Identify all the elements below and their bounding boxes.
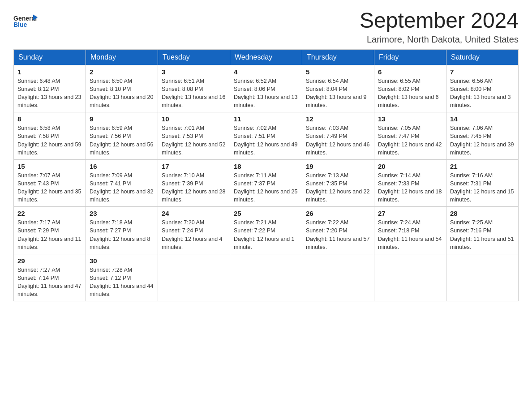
calendar-cell	[302, 254, 374, 301]
calendar-table: SundayMondayTuesdayWednesdayThursdayFrid…	[13, 49, 519, 302]
day-info: Sunrise: 7:22 AMSunset: 7:20 PMDaylight:…	[306, 218, 370, 251]
calendar-cell: 20Sunrise: 7:14 AMSunset: 7:33 PMDayligh…	[374, 159, 446, 207]
day-info: Sunrise: 6:58 AMSunset: 7:58 PMDaylight:…	[17, 124, 82, 157]
calendar-cell: 24Sunrise: 7:20 AMSunset: 7:24 PMDayligh…	[158, 207, 230, 254]
calendar-cell: 29Sunrise: 7:27 AMSunset: 7:14 PMDayligh…	[14, 254, 86, 301]
calendar-week-row: 22Sunrise: 7:17 AMSunset: 7:29 PMDayligh…	[14, 207, 519, 254]
day-number: 19	[306, 163, 370, 170]
day-number: 17	[162, 163, 226, 170]
day-header-thursday: Thursday	[302, 49, 374, 65]
calendar-cell: 15Sunrise: 7:07 AMSunset: 7:43 PMDayligh…	[14, 159, 86, 207]
calendar-cell: 30Sunrise: 7:28 AMSunset: 7:12 PMDayligh…	[86, 254, 158, 301]
day-info: Sunrise: 7:21 AMSunset: 7:22 PMDaylight:…	[234, 218, 298, 251]
day-number: 1	[17, 68, 82, 76]
calendar-cell: 21Sunrise: 7:16 AMSunset: 7:31 PMDayligh…	[446, 159, 519, 207]
day-info: Sunrise: 7:01 AMSunset: 7:53 PMDaylight:…	[162, 124, 226, 157]
title-section: September 2024 Larimore, North Dakota, U…	[360, 9, 519, 45]
calendar-cell: 8Sunrise: 6:58 AMSunset: 7:58 PMDaylight…	[14, 112, 86, 160]
day-header-wednesday: Wednesday	[230, 49, 302, 65]
calendar-cell	[230, 254, 302, 301]
calendar-cell: 22Sunrise: 7:17 AMSunset: 7:29 PMDayligh…	[14, 207, 86, 254]
calendar-cell: 26Sunrise: 7:22 AMSunset: 7:20 PMDayligh…	[302, 207, 374, 254]
day-number: 22	[17, 210, 82, 217]
day-number: 9	[90, 115, 154, 123]
day-number: 26	[306, 210, 370, 217]
calendar-cell: 5Sunrise: 6:54 AMSunset: 8:04 PMDaylight…	[302, 65, 374, 112]
calendar-cell: 28Sunrise: 7:25 AMSunset: 7:16 PMDayligh…	[446, 207, 519, 254]
day-info: Sunrise: 7:07 AMSunset: 7:43 PMDaylight:…	[17, 171, 82, 204]
day-number: 3	[162, 68, 226, 76]
day-header-tuesday: Tuesday	[158, 49, 230, 65]
month-title: September 2024	[360, 9, 519, 33]
day-info: Sunrise: 7:25 AMSunset: 7:16 PMDaylight:…	[450, 218, 515, 251]
day-number: 11	[234, 115, 298, 123]
day-number: 29	[17, 257, 82, 265]
day-number: 2	[90, 68, 154, 76]
day-info: Sunrise: 7:27 AMSunset: 7:14 PMDaylight:…	[17, 266, 82, 299]
calendar-cell: 3Sunrise: 6:51 AMSunset: 8:08 PMDaylight…	[158, 65, 230, 112]
svg-text:Blue: Blue	[13, 21, 27, 28]
calendar-cell: 18Sunrise: 7:11 AMSunset: 7:37 PMDayligh…	[230, 159, 302, 207]
day-info: Sunrise: 6:51 AMSunset: 8:08 PMDaylight:…	[162, 77, 226, 110]
calendar-cell	[158, 254, 230, 301]
day-number: 23	[90, 210, 154, 217]
calendar-cell	[374, 254, 446, 301]
calendar-cell: 11Sunrise: 7:02 AMSunset: 7:51 PMDayligh…	[230, 112, 302, 160]
day-header-friday: Friday	[374, 49, 446, 65]
day-number: 28	[450, 210, 515, 217]
calendar-cell: 2Sunrise: 6:50 AMSunset: 8:10 PMDaylight…	[86, 65, 158, 112]
day-info: Sunrise: 7:10 AMSunset: 7:39 PMDaylight:…	[162, 171, 226, 204]
day-info: Sunrise: 7:24 AMSunset: 7:18 PMDaylight:…	[378, 218, 442, 251]
day-info: Sunrise: 6:55 AMSunset: 8:02 PMDaylight:…	[378, 77, 442, 110]
day-info: Sunrise: 6:50 AMSunset: 8:10 PMDaylight:…	[90, 77, 154, 110]
calendar-cell: 1Sunrise: 6:48 AMSunset: 8:12 PMDaylight…	[14, 65, 86, 112]
day-info: Sunrise: 6:59 AMSunset: 7:56 PMDaylight:…	[90, 124, 154, 157]
day-info: Sunrise: 7:05 AMSunset: 7:47 PMDaylight:…	[378, 124, 442, 157]
day-info: Sunrise: 7:28 AMSunset: 7:12 PMDaylight:…	[90, 266, 154, 299]
day-info: Sunrise: 7:13 AMSunset: 7:35 PMDaylight:…	[306, 171, 370, 204]
page-header: General Blue September 2024 Larimore, No…	[13, 9, 519, 45]
day-number: 30	[90, 257, 154, 265]
day-info: Sunrise: 7:09 AMSunset: 7:41 PMDaylight:…	[90, 171, 154, 204]
calendar-cell: 4Sunrise: 6:52 AMSunset: 8:06 PMDaylight…	[230, 65, 302, 112]
day-info: Sunrise: 6:56 AMSunset: 8:00 PMDaylight:…	[450, 77, 515, 110]
calendar-cell: 23Sunrise: 7:18 AMSunset: 7:27 PMDayligh…	[86, 207, 158, 254]
day-number: 25	[234, 210, 298, 217]
calendar-cell: 9Sunrise: 6:59 AMSunset: 7:56 PMDaylight…	[86, 112, 158, 160]
calendar-cell: 14Sunrise: 7:06 AMSunset: 7:45 PMDayligh…	[446, 112, 519, 160]
calendar-cell: 27Sunrise: 7:24 AMSunset: 7:18 PMDayligh…	[374, 207, 446, 254]
day-number: 10	[162, 115, 226, 123]
calendar-header-row: SundayMondayTuesdayWednesdayThursdayFrid…	[14, 49, 519, 65]
calendar-cell: 17Sunrise: 7:10 AMSunset: 7:39 PMDayligh…	[158, 159, 230, 207]
calendar-cell: 13Sunrise: 7:05 AMSunset: 7:47 PMDayligh…	[374, 112, 446, 160]
day-number: 5	[306, 68, 370, 76]
calendar-cell: 19Sunrise: 7:13 AMSunset: 7:35 PMDayligh…	[302, 159, 374, 207]
calendar-cell: 6Sunrise: 6:55 AMSunset: 8:02 PMDaylight…	[374, 65, 446, 112]
day-info: Sunrise: 7:06 AMSunset: 7:45 PMDaylight:…	[450, 124, 515, 157]
day-info: Sunrise: 7:17 AMSunset: 7:29 PMDaylight:…	[17, 218, 82, 251]
day-info: Sunrise: 6:52 AMSunset: 8:06 PMDaylight:…	[234, 77, 298, 110]
day-number: 13	[378, 115, 442, 123]
logo: General Blue	[13, 9, 40, 34]
day-header-sunday: Sunday	[14, 49, 86, 65]
day-number: 27	[378, 210, 442, 217]
day-number: 15	[17, 163, 82, 170]
day-info: Sunrise: 7:02 AMSunset: 7:51 PMDaylight:…	[234, 124, 298, 157]
calendar-week-row: 8Sunrise: 6:58 AMSunset: 7:58 PMDaylight…	[14, 112, 519, 160]
day-number: 21	[450, 163, 515, 170]
day-info: Sunrise: 6:54 AMSunset: 8:04 PMDaylight:…	[306, 77, 370, 110]
day-info: Sunrise: 7:16 AMSunset: 7:31 PMDaylight:…	[450, 171, 515, 204]
calendar-week-row: 29Sunrise: 7:27 AMSunset: 7:14 PMDayligh…	[14, 254, 519, 301]
day-info: Sunrise: 7:11 AMSunset: 7:37 PMDaylight:…	[234, 171, 298, 204]
day-header-monday: Monday	[86, 49, 158, 65]
calendar-cell	[446, 254, 519, 301]
day-number: 4	[234, 68, 298, 76]
day-info: Sunrise: 7:14 AMSunset: 7:33 PMDaylight:…	[378, 171, 442, 204]
day-number: 8	[17, 115, 82, 123]
day-number: 18	[234, 163, 298, 170]
day-info: Sunrise: 7:03 AMSunset: 7:49 PMDaylight:…	[306, 124, 370, 157]
day-number: 14	[450, 115, 515, 123]
day-info: Sunrise: 7:18 AMSunset: 7:27 PMDaylight:…	[90, 218, 154, 251]
day-number: 12	[306, 115, 370, 123]
day-number: 16	[90, 163, 154, 170]
